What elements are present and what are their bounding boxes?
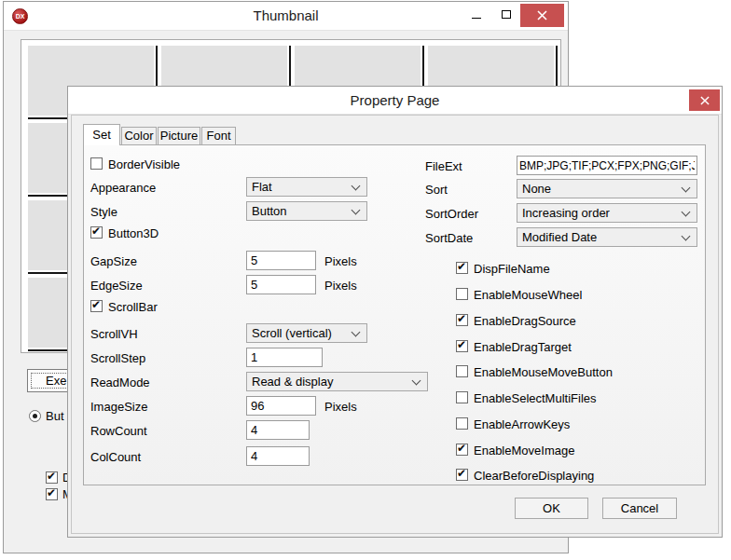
gapsize-input[interactable] — [246, 251, 316, 270]
ok-button[interactable]: OK — [515, 498, 588, 519]
checkbox-icon — [456, 391, 468, 403]
close-icon — [537, 10, 547, 20]
radio-label: But — [46, 409, 64, 423]
scrollstep-input[interactable] — [246, 348, 323, 367]
checkbox-label: ScrollBar — [108, 300, 158, 314]
maximize-button[interactable] — [492, 2, 520, 26]
readmode-value: Read & display — [252, 375, 333, 389]
checkbox-icon — [456, 444, 468, 456]
minimize-button[interactable] — [462, 2, 490, 26]
sort-value: None — [522, 182, 551, 196]
readmode-dropdown[interactable]: Read & display — [246, 372, 428, 391]
checkbox-label: EnableDragTarget — [474, 340, 572, 354]
sort-dropdown[interactable]: None — [517, 179, 697, 198]
sortorder-dropdown[interactable]: Increasing order — [517, 203, 697, 223]
dialog-titlebar[interactable]: Property Page — [68, 87, 722, 115]
sortdate-dropdown[interactable]: Modified Date — [517, 227, 697, 247]
edgesize-input[interactable] — [246, 275, 316, 294]
fileext-input[interactable] — [517, 156, 697, 175]
tab-set[interactable]: Set — [83, 124, 120, 145]
sortdate-label: SortDate — [425, 231, 473, 245]
colcount-input[interactable] — [246, 446, 310, 466]
checkbox-enablemoveimage[interactable]: EnableMoveImage — [456, 444, 574, 458]
checkbox-enablemousemovebutton[interactable]: EnableMouseMoveButton — [456, 365, 613, 379]
checkbox-label: ClearBeforeDisplaying — [474, 469, 594, 483]
checkbox-label: EnableDragSource — [474, 314, 576, 328]
rowcount-input[interactable] — [246, 420, 310, 440]
checkbox-dispfilename[interactable]: DispFileName — [456, 262, 550, 276]
style-dropdown[interactable]: Button — [246, 201, 367, 221]
checkbox-enableselectmultifiles[interactable]: EnableSelectMultiFiles — [456, 391, 597, 405]
tab-font[interactable]: Font — [201, 127, 236, 145]
radio-icon — [29, 410, 41, 422]
chevron-down-icon — [682, 208, 691, 217]
checkbox-label: DispFileName — [474, 262, 550, 276]
appearance-dropdown[interactable]: Flat — [246, 177, 367, 197]
dialog-close-button[interactable] — [689, 89, 720, 111]
checkbox-enabledragtarget[interactable]: EnableDragTarget — [456, 340, 572, 354]
checkbox-icon — [90, 157, 103, 170]
checkbox-clearbeforedisplaying[interactable]: ClearBeforeDisplaying — [456, 469, 594, 483]
appearance-label: Appearance — [90, 181, 156, 195]
style-value: Button — [252, 204, 287, 218]
checkbox-label: BorderVisible — [108, 157, 180, 171]
checkbox-icon — [456, 365, 468, 377]
checkbox-enablearrowkeys[interactable]: EnableArrowKeys — [456, 417, 570, 431]
checkbox-scrollbar[interactable]: ScrollBar — [90, 300, 158, 314]
desktop: DX Thumbnail Exe But D — [0, 0, 731, 560]
readmode-label: ReadMode — [90, 376, 150, 389]
checkbox-label: EnableMouseWheel — [474, 288, 582, 302]
chevron-down-icon — [352, 206, 361, 215]
checkbox-icon — [456, 262, 468, 274]
checkbox-icon — [46, 471, 58, 484]
close-icon — [700, 96, 710, 105]
maximize-icon — [502, 10, 511, 19]
imagesize-input[interactable] — [246, 396, 316, 416]
chevron-down-icon — [352, 328, 361, 337]
chevron-down-icon — [682, 184, 691, 193]
sort-label: Sort — [425, 183, 448, 197]
rowcount-label: RowCount — [90, 424, 147, 438]
imagesize-unit: Pixels — [324, 400, 357, 414]
checkbox-icon — [456, 314, 468, 326]
checkbox-icon — [90, 226, 103, 239]
gapsize-label: GapSize — [90, 254, 137, 268]
checkbox-icon — [456, 417, 468, 430]
checkbox-bordervisible[interactable]: BorderVisible — [90, 157, 180, 171]
checkbox-label: EnableArrowKeys — [474, 417, 570, 431]
chevron-down-icon — [352, 182, 361, 191]
checkbox-label: Button3D — [108, 226, 159, 240]
minimize-icon — [472, 18, 481, 19]
checkbox-label: EnableMoveImage — [474, 444, 574, 458]
checkbox-button3d[interactable]: Button3D — [90, 226, 159, 240]
cancel-button[interactable]: Cancel — [602, 498, 677, 519]
checkbox-label: EnableMouseMoveButton — [474, 365, 613, 379]
scrollstep-label: ScrollStep — [90, 351, 145, 365]
gapsize-unit: Pixels — [324, 254, 357, 268]
sortdate-value: Modified Date — [522, 230, 597, 244]
checkbox-enabledragsource[interactable]: EnableDragSource — [456, 314, 576, 328]
style-label: Style — [90, 205, 117, 219]
checkbox-enablemousewheel[interactable]: EnableMouseWheel — [456, 288, 582, 302]
edgesize-unit: Pixels — [324, 279, 357, 293]
fileext-label: FileExt — [425, 159, 462, 173]
imagesize-label: ImageSize — [90, 400, 147, 414]
appearance-value: Flat — [252, 180, 272, 194]
property-page-dialog: Property Page Set Color Picture Font Bor… — [67, 86, 723, 538]
close-button[interactable] — [520, 4, 564, 27]
sortorder-value: Increasing order — [522, 206, 610, 220]
radio-option[interactable]: But — [29, 409, 64, 423]
thumbnail-titlebar[interactable]: DX Thumbnail — [4, 2, 568, 31]
tab-color[interactable]: Color — [121, 127, 157, 145]
colcount-label: ColCount — [90, 450, 141, 464]
checkbox-icon — [456, 340, 468, 352]
checkbox-icon — [456, 469, 468, 481]
chevron-down-icon — [682, 232, 691, 241]
checkbox-label: EnableSelectMultiFiles — [474, 391, 597, 405]
checkbox-icon — [456, 288, 468, 300]
edgesize-label: EdgeSize — [90, 279, 143, 293]
scrollvh-label: ScrollVH — [90, 327, 138, 341]
scrollvh-dropdown[interactable]: Scroll (vertical) — [246, 323, 367, 343]
checkbox-icon — [46, 488, 58, 500]
tab-picture[interactable]: Picture — [158, 127, 200, 145]
